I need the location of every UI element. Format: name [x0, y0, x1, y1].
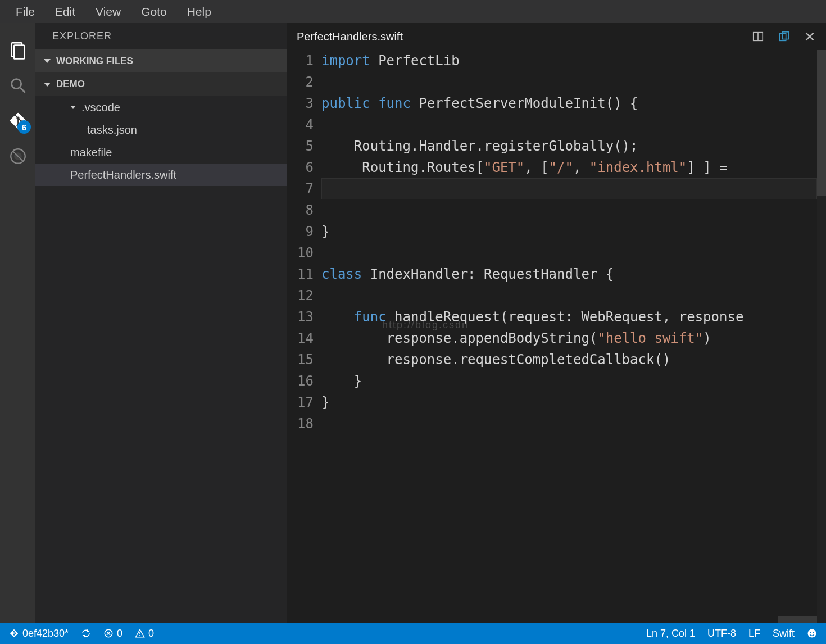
svg-point-15	[808, 629, 816, 638]
line-number: 13	[287, 306, 314, 328]
code-line[interactable]: Routing.Routes["GET", ["/", "index.html"…	[321, 157, 826, 178]
menu-view[interactable]: View	[85, 5, 131, 19]
search-icon[interactable]	[0, 67, 35, 103]
line-number: 3	[287, 93, 314, 114]
code-line[interactable]	[321, 178, 826, 199]
eol-status[interactable]: LF	[748, 628, 760, 640]
code-line[interactable]	[321, 71, 826, 93]
line-number: 14	[287, 328, 314, 349]
git-branch-status[interactable]: 0ef42b30*	[9, 628, 69, 640]
code-line[interactable]: response.appendBodyString("hello swift")	[321, 328, 826, 349]
tree-file[interactable]: makefile	[35, 141, 287, 164]
menu-edit[interactable]: Edit	[45, 5, 85, 19]
warning-status[interactable]: 0	[135, 628, 154, 640]
code-line[interactable]: func handleRequest(request: WebRequest, …	[321, 306, 826, 328]
line-number: 9	[287, 221, 314, 242]
sidebar-title: EXPLORER	[35, 23, 287, 49]
tree-item-label: tasks.json	[87, 124, 137, 137]
section-label: WORKING FILES	[56, 56, 133, 67]
line-number: 2	[287, 71, 314, 93]
branch-name: 0ef42b30*	[22, 628, 69, 640]
editor-tab-title[interactable]: PerfectHandlers.swift	[297, 30, 403, 43]
svg-point-16	[810, 632, 811, 633]
warning-count: 0	[148, 628, 154, 640]
svg-rect-9	[782, 32, 788, 39]
menu-help[interactable]: Help	[177, 5, 221, 19]
code-editor[interactable]: 123456789101112131415161718 import Perfe…	[287, 50, 826, 623]
line-number: 1	[287, 50, 314, 71]
chevron-down-icon	[70, 106, 76, 109]
open-changes-icon[interactable]	[778, 30, 790, 43]
code-line[interactable]: response.requestCompletedCallback()	[321, 349, 826, 370]
chevron-down-icon	[44, 83, 51, 87]
horizontal-scrollbar-thumb[interactable]	[778, 616, 817, 623]
code-line[interactable]	[321, 413, 826, 434]
line-number: 12	[287, 285, 314, 306]
editor-tabbar: PerfectHandlers.swift	[287, 23, 826, 50]
vertical-scrollbar-thumb[interactable]	[817, 50, 826, 196]
svg-point-5	[15, 153, 21, 159]
menu-file[interactable]: File	[6, 5, 45, 19]
code-line[interactable]	[321, 199, 826, 221]
tree-folder[interactable]: .vscode	[35, 96, 287, 119]
status-bar: 0ef42b30* 0 0 Ln 7, Col 1 UTF-8 LF Swift	[0, 623, 826, 644]
menu-goto[interactable]: Goto	[131, 5, 177, 19]
git-icon[interactable]: 6	[0, 103, 35, 138]
horizontal-scrollbar-track[interactable]	[321, 616, 817, 623]
cursor-position[interactable]: Ln 7, Col 1	[646, 628, 695, 640]
editor-group: PerfectHandlers.swift 123456789101112131…	[287, 23, 826, 623]
feedback-icon[interactable]	[807, 628, 817, 638]
line-number: 15	[287, 349, 314, 370]
line-number: 18	[287, 413, 314, 434]
section-working-files[interactable]: WORKING FILES	[35, 49, 287, 72]
tree-file[interactable]: tasks.json	[35, 119, 287, 141]
line-number: 11	[287, 264, 314, 285]
close-icon[interactable]	[804, 30, 816, 43]
code-line[interactable]	[321, 285, 826, 306]
tree-item-label: PerfectHandlers.swift	[70, 169, 176, 182]
line-number: 6	[287, 157, 314, 178]
svg-line-3	[20, 88, 25, 93]
line-number: 17	[287, 392, 314, 413]
git-badge: 6	[17, 120, 31, 134]
error-status[interactable]: 0	[103, 628, 122, 640]
code-line[interactable]: import PerfectLib	[321, 50, 826, 71]
code-content[interactable]: import PerfectLib public func PerfectSer…	[321, 50, 826, 623]
code-line[interactable]: Routing.Handler.registerGlobally();	[321, 135, 826, 157]
menubar: File Edit View Goto Help	[0, 0, 826, 23]
code-line[interactable]: }	[321, 221, 826, 242]
debug-icon[interactable]	[0, 138, 35, 174]
language-status[interactable]: Swift	[773, 628, 795, 640]
encoding-status[interactable]: UTF-8	[707, 628, 736, 640]
tree-file[interactable]: PerfectHandlers.swift	[35, 164, 287, 186]
tree-item-label: .vscode	[81, 101, 120, 114]
explorer-icon[interactable]	[0, 32, 35, 67]
code-line[interactable]: class IndexHandler: RequestHandler {	[321, 264, 826, 285]
sync-status[interactable]	[81, 628, 91, 638]
explorer-sidebar: EXPLORER WORKING FILES DEMO .vscodetasks…	[35, 23, 287, 623]
line-numbers: 123456789101112131415161718	[287, 50, 321, 623]
editor-actions	[752, 30, 816, 43]
code-line[interactable]: }	[321, 370, 826, 392]
code-line[interactable]	[321, 114, 826, 135]
section-label: DEMO	[56, 79, 85, 90]
error-count: 0	[117, 628, 122, 640]
split-editor-icon[interactable]	[752, 30, 764, 43]
activity-bar: 6	[0, 23, 35, 623]
code-line[interactable]	[321, 242, 826, 264]
chevron-down-icon	[44, 59, 51, 63]
line-number: 16	[287, 370, 314, 392]
file-tree: .vscodetasks.jsonmakefilePerfectHandlers…	[35, 96, 287, 623]
code-line[interactable]: public func PerfectServerModuleInit() {	[321, 93, 826, 114]
svg-point-2	[11, 79, 21, 88]
section-demo[interactable]: DEMO	[35, 72, 287, 96]
code-line[interactable]: }	[321, 392, 826, 413]
svg-point-17	[813, 632, 814, 633]
tree-item-label: makefile	[70, 146, 112, 159]
line-number: 5	[287, 135, 314, 157]
vertical-scrollbar-track[interactable]	[817, 50, 826, 623]
line-number: 10	[287, 242, 314, 264]
line-number: 8	[287, 199, 314, 221]
svg-rect-1	[13, 45, 24, 58]
line-number: 7	[287, 178, 314, 199]
